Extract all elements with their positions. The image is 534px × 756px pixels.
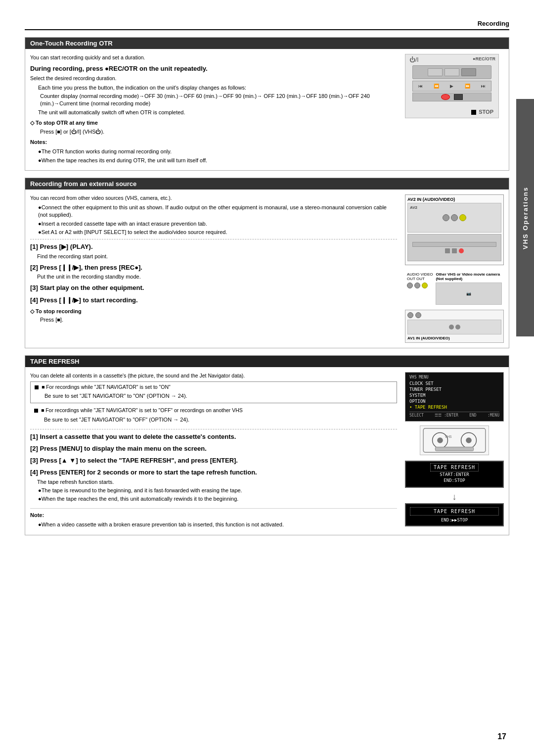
vhs-operations-label: VHS Operations <box>522 187 529 249</box>
menu-item-option: OPTION <box>409 398 499 404</box>
menu-item-system: SYSTEM <box>409 392 499 398</box>
external-section: Recording from an external source You ca… <box>25 178 509 348</box>
av1-device <box>407 320 501 334</box>
otr-sub: Select the desired recording duration. <box>30 75 397 82</box>
menu-bar: SELECT ☰☰ :ENTER END :MENU <box>409 412 499 418</box>
otr-device-image: ⏻/I ●REC/OTR ⏮⏪▶⏩⏭ <box>405 54 499 118</box>
cable-area: AUDIO VIDEO OUT OUT Other VHS or Video m… <box>405 270 504 307</box>
external-bullet3: ●Set A1 or A2 with [INPUT SELECT] to sel… <box>38 229 397 236</box>
tr-step1: [1] Insert a cassette that you want to d… <box>30 432 397 441</box>
menu-menu: :MENU <box>488 413 499 418</box>
av1-label: AV1 IN (AUDIO/VIDEO) <box>407 336 501 340</box>
av2-label: AV2 IN (AUDIO/VIDEO) <box>407 197 501 202</box>
otr-title: One-Touch Recording OTR <box>30 40 113 47</box>
other-device-area: Other VHS or Video movie camera (Not sup… <box>436 272 502 305</box>
ext-stop-title: ◇ To stop recording <box>30 308 397 315</box>
step4-heading: [4] Press [❙❙/▶] to start recording. <box>30 296 397 305</box>
otr-section: One-Touch Recording OTR You can start re… <box>25 37 509 171</box>
svg-rect-5 <box>435 447 473 451</box>
out-out: OUT OUT <box>407 277 433 281</box>
tr-note-block: Note: ●When a video cassette with a brok… <box>30 508 397 529</box>
otr-bullet2: The unit will automatically switch off w… <box>38 109 397 116</box>
tape-refresh-intro: You can delete all contents in a cassett… <box>30 372 397 379</box>
tr-bullet2: ●When the tape reaches the end, this uni… <box>38 495 397 503</box>
tape-refresh-screen2: TAPE REFRESH END:▶▶STOP <box>405 503 504 526</box>
step1-sub: Find the recording start point. <box>30 253 397 260</box>
screen2-title: TAPE REFRESH <box>410 507 499 516</box>
menu-item-tunerpreset: TUNER PRESET <box>409 386 499 392</box>
page-header: Recording <box>25 20 509 30</box>
note-jet-off-title: ■ For recordings while "JET NAVIGATOR" i… <box>34 407 393 414</box>
menu-item-taperefresh: • TAPE REFRESH <box>409 404 499 410</box>
external-section-header: Recording from an external source <box>25 178 509 189</box>
external-title: Recording from an external source <box>30 180 136 188</box>
rec-otr-label: ●REC/OTR <box>473 56 495 61</box>
note-jet-off-text: Be sure to set "JET NAVIGATOR" to "OFF" … <box>44 416 393 424</box>
vcr-buttons <box>445 248 464 253</box>
svg-point-4 <box>466 437 472 443</box>
tr-note1: ●When a video cassette with a broken era… <box>38 521 397 528</box>
note-jet-on-text: Be sure to set "JET NAVIGATOR" to "ON" (… <box>44 392 393 400</box>
tape-graphic: VHS <box>405 425 504 457</box>
tr-bullet1: ●The tape is rewound to the beginning, a… <box>38 487 397 494</box>
otr-note1: ●The OTR function works during normal re… <box>38 148 397 155</box>
tr-step3: [3] Press [▲ ▼] to select the "TAPE REFR… <box>30 456 397 465</box>
screen1-row2: END:STOP <box>410 478 499 483</box>
av1-jacks <box>449 325 460 330</box>
vhs-operations-sidebar: VHS Operations <box>516 99 534 336</box>
tr-step4: [4] Press [ENTER] for 2 seconds or more … <box>30 468 397 477</box>
sq-bullet2-icon <box>34 409 38 413</box>
otr-notes-label: Notes: <box>30 139 397 146</box>
av2-device: AV2 <box>407 203 501 233</box>
audio-video-labels: AUDIO VIDEO OUT OUT <box>407 272 433 288</box>
cable-row: AUDIO VIDEO OUT OUT Other VHS or Video m… <box>407 272 502 305</box>
power-icon: ⏻/I <box>409 56 419 63</box>
screen1-title: TAPE REFRESH <box>410 465 499 470</box>
otr-stop-desc: Press [■] or [⏻/I] (VHS⏻). <box>40 128 397 136</box>
otr-counter: Counter display (normal recording mode)→… <box>40 93 397 108</box>
tr-note-label: Note: <box>30 512 397 519</box>
step3-heading: [3] Start play on the other equipment. <box>30 284 397 292</box>
sq-bullet-icon <box>35 385 39 389</box>
svg-point-2 <box>437 437 443 443</box>
note-jet-on-title: ■ For recordings while "JET NAVIGATOR" i… <box>35 383 393 391</box>
step1-heading: [1] Press [▶] (PLAY). <box>30 242 397 251</box>
otr-intro: You can start recording quickly and set … <box>30 54 397 61</box>
av2-box: AV2 IN (AUDIO/VIDEO) AV2 <box>405 194 504 265</box>
tr-step2: [2] Press [MENU] to display the main men… <box>30 444 397 453</box>
audio-connectors <box>407 283 433 288</box>
otr-bullet1: Each time you press the button, the indi… <box>38 84 397 92</box>
audio-label: AUDIO VIDEO <box>407 272 433 277</box>
note-jet-off: ■ For recordings while "JET NAVIGATOR" i… <box>30 405 397 426</box>
other-device-icon: 📷 <box>466 291 471 296</box>
other-device-img: 📷 <box>436 283 502 305</box>
external-bullet2: ●Insert a recorded cassette tape with an… <box>38 220 397 228</box>
otr-main-heading: During recording, press ●REC/OTR on the … <box>30 64 397 73</box>
svg-text:VHS: VHS <box>445 435 452 438</box>
tape-refresh-screen1: TAPE REFRESH START:ENTER END:STOP <box>405 461 504 488</box>
otr-section-header: One-Touch Recording OTR <box>25 38 509 49</box>
menu-title: VHS MENU <box>409 375 499 379</box>
av2-device-top: AV2 <box>410 205 417 210</box>
header-title: Recording <box>478 20 509 27</box>
tr-step4-sub: The tape refresh function starts. <box>30 478 397 486</box>
page-number: 17 <box>497 732 506 741</box>
tape-refresh-header: TAPE REFRESH <box>25 356 509 367</box>
vcr-rec-row <box>412 93 491 101</box>
otr-stop-title: ◇ To stop OTR at any time <box>30 119 397 127</box>
screen1-row1: START:ENTER <box>410 472 499 477</box>
menu-item-clockset: CLOCK SET <box>409 380 499 386</box>
otr-note2: ●When the tape reaches its end during OT… <box>38 157 397 164</box>
ext-stop-desc: Press [■]. <box>40 316 397 324</box>
menu-enter: ☰☰ :ENTER <box>435 413 458 418</box>
step2-heading: [2] Press [❙❙/▶], then press [REC●]. <box>30 263 397 272</box>
tape-refresh-title: TAPE REFRESH <box>30 358 79 365</box>
menu-select: SELECT <box>409 413 424 418</box>
external-bullet1: ●Connect the other equipment to this uni… <box>38 204 397 219</box>
stop-label: STOP <box>471 109 493 115</box>
note-jet-on: ■ For recordings while "JET NAVIGATOR" i… <box>30 381 397 403</box>
vcr-main-unit <box>407 234 501 261</box>
stop-square-icon <box>471 110 476 115</box>
menu-end: END <box>469 413 476 418</box>
vcr-top-panel <box>412 65 491 79</box>
